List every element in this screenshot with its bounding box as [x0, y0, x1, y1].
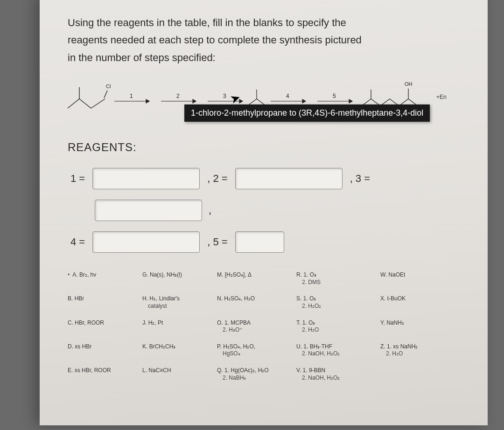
reagents-heading: REAGENTS: [68, 141, 464, 154]
reagent-blank [380, 367, 450, 381]
reagent-M: M. [H₂SO₄], Δ [217, 271, 292, 286]
prompt-line: reagents needed at each step to complete… [68, 34, 362, 46]
reagent-table: •A. Br₂, hv G. Na(s), NH₃(l) M. [H₂SO₄],… [68, 271, 464, 381]
svg-marker-8 [193, 99, 196, 103]
reaction-scheme: Cl 1 2 3 4 5 [63, 76, 464, 132]
worksheet-page: Using the reagents in the table, fill in… [40, 0, 488, 425]
input-step-2[interactable] [235, 168, 343, 189]
prompt-line: in the number of steps specified: [68, 52, 216, 63]
svg-marker-10 [239, 99, 243, 103]
svg-line-0 [68, 99, 79, 108]
prompt-line: Using the reagents in the table, fill in… [68, 17, 346, 28]
reagent-Z: Z. 1. xs NaNH₂2. H₂O [380, 343, 450, 358]
reagent-Q: Q. 1. Hg(OAc)₂, H₂O2. NaBH₄ [217, 367, 292, 381]
label-3: , 3 = [350, 173, 370, 185]
step-num: 3 [223, 93, 226, 99]
reagent-T: T. 1. O₃2. H₂O [296, 319, 376, 334]
reagent-V: V. 1. 9-BBN2. NaOH, H₂O₂ [296, 367, 376, 381]
separator-comma: , [209, 204, 211, 216]
oh-label: OH [405, 81, 413, 87]
reagent-A: •A. Br₂, hv [68, 271, 138, 286]
label-1: 1 = [70, 173, 85, 185]
answer-row-1: 1 = , 2 = , 3 = [68, 168, 464, 189]
svg-marker-14 [349, 99, 352, 103]
step-num: 4 [286, 93, 289, 99]
svg-marker-6 [146, 99, 149, 103]
reagent-D: D. xs HBr [68, 343, 138, 358]
reagent-L: L. NaC≡CH [142, 367, 212, 381]
reagent-H: H. H₂, Lindlar'scatalyst [142, 295, 212, 310]
input-step-4[interactable] [92, 231, 200, 253]
step-num: 5 [333, 93, 336, 99]
reagent-X: X. t-BuOK [380, 295, 450, 310]
cl-label: Cl [106, 83, 111, 89]
reagent-O: O. 1. MCPBA2. H₃O⁺ [217, 319, 292, 334]
question-prompt: Using the reagents in the table, fill in… [68, 14, 464, 66]
structure-tooltip: 1-chloro-2-methylpropane to (3R,4S)-6-me… [184, 104, 430, 122]
svg-line-4 [104, 90, 107, 98]
enantiomer-label: +En [436, 94, 447, 100]
reagent-S: S. 1. O₃2. H₂O₂ [296, 295, 376, 310]
input-step-5[interactable] [235, 231, 284, 253]
step-num: 1 [130, 93, 133, 99]
answer-row-2: , [95, 200, 464, 221]
answer-row-3: 4 = , 5 = [68, 231, 464, 253]
reagent-K: K. BrCH₂CH₃ [142, 343, 212, 358]
svg-marker-12 [302, 99, 306, 103]
input-step-1[interactable] [92, 168, 200, 189]
reagent-B: B. HBr [68, 295, 138, 310]
reagent-E: E. xs HBr, ROOR [68, 367, 138, 381]
label-4: 4 = [70, 236, 85, 248]
step-num: 2 [176, 93, 180, 99]
reagent-U: U. 1. BH₃·THF2. NaOH, H₂O₂ [296, 343, 376, 358]
reagent-J: J. H₂, Pt [142, 319, 212, 334]
reagent-P: P. H₂SO₄, H₂O,HgSO₄ [217, 343, 292, 358]
label-2: , 2 = [207, 173, 227, 185]
scheme-svg: Cl 1 2 3 4 5 [63, 76, 483, 132]
reagent-R: R. 1. O₃2. DMS [296, 271, 376, 286]
input-step-3[interactable] [95, 200, 202, 221]
svg-line-3 [91, 99, 105, 108]
reagent-W: W. NaOEt [380, 271, 450, 286]
reagent-Y: Y. NaNH₂ [380, 319, 450, 334]
label-5: , 5 = [207, 236, 227, 248]
svg-line-1 [79, 99, 91, 108]
reagent-N: N. H₂SO₄, H₂O [217, 295, 292, 310]
reagent-G: G. Na(s), NH₃(l) [142, 271, 212, 286]
reagent-C: C. HBr, ROOR [68, 319, 138, 334]
